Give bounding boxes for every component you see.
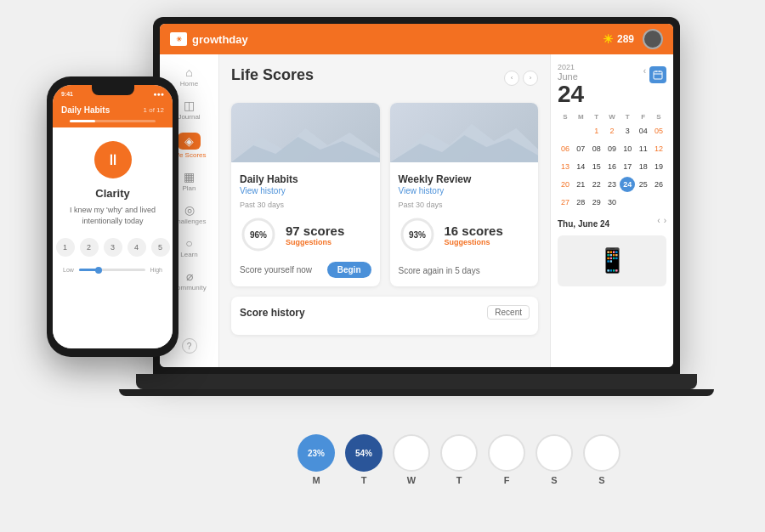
- app-window: ☀ growthday ☀ 289 ⌂ Home: [160, 24, 673, 367]
- page-title: Life Scores: [231, 66, 314, 84]
- weekly-circle-wed[interactable]: [393, 434, 430, 472]
- weekly-day-fri: F: [488, 434, 525, 485]
- rating-5[interactable]: 5: [151, 238, 170, 257]
- cal-cell-11[interactable]: 11: [636, 141, 651, 156]
- cal-cell-20[interactable]: 20: [558, 177, 573, 192]
- daily-habits-score: 97 scores: [286, 224, 371, 238]
- daily-habits-card: Daily Habits View history Past 30 days 9…: [231, 103, 380, 286]
- phone-screen: 9:41 ●●● Daily Habits 1 of 12 ⏸ Clarity …: [53, 85, 173, 348]
- daily-habits-stats: 96% 97 scores Suggestions: [240, 216, 371, 253]
- weekly-day-thu: T: [440, 434, 478, 485]
- weekly-circle-sun[interactable]: [583, 434, 620, 472]
- cal-cell-3[interactable]: 3: [620, 123, 635, 139]
- cal-cell-17[interactable]: 17: [620, 159, 635, 174]
- weekly-label-fri: F: [504, 475, 510, 485]
- phone-header-count: 1 of 12: [144, 106, 164, 114]
- cal-cell-6[interactable]: 06: [558, 141, 573, 156]
- cal-week-2: 06 07 08 09 10 11 12: [558, 141, 666, 156]
- right-panel: 2021 June 24 ‹: [550, 54, 673, 367]
- cal-header-f: F: [636, 113, 651, 121]
- slider-track[interactable]: [79, 269, 145, 271]
- calendar-day: 24: [558, 82, 584, 108]
- weekly-circle-thu[interactable]: [440, 434, 478, 472]
- cal-cell-8[interactable]: 08: [589, 141, 604, 156]
- daily-habits-link[interactable]: View history: [240, 186, 371, 195]
- cal-cell-23[interactable]: 23: [604, 177, 620, 192]
- recent-filter-button[interactable]: Recent: [487, 305, 530, 320]
- cal-date-prev[interactable]: ‹: [657, 216, 660, 225]
- cal-cell-22[interactable]: 22: [589, 177, 604, 192]
- cal-cell-7[interactable]: 07: [573, 141, 588, 156]
- cal-cell-empty-2: [573, 123, 588, 139]
- phone-body-frame: 9:41 ●●● Daily Habits 1 of 12 ⏸ Clarity …: [47, 76, 178, 357]
- score-history-section: Score history Recent: [231, 297, 538, 335]
- rating-2[interactable]: 2: [80, 238, 99, 257]
- weekly-label-thu: T: [456, 475, 462, 485]
- daily-habits-body: Daily Habits View history Past 30 days 9…: [231, 162, 380, 262]
- weekly-circles-row: 23% M 54% T W T F S S: [298, 434, 620, 485]
- cal-cell-30[interactable]: 30: [604, 195, 620, 210]
- weekly-review-link[interactable]: View history: [399, 186, 530, 195]
- prev-arrow-button[interactable]: ‹: [504, 71, 519, 86]
- weekly-circle-tue[interactable]: 54%: [345, 434, 382, 472]
- laptop-frame: ☀ growthday ☀ 289 ⌂ Home: [153, 17, 697, 408]
- begin-button[interactable]: Begin: [327, 262, 371, 278]
- cal-cell-15[interactable]: 15: [589, 159, 604, 174]
- cal-cell-27[interactable]: 27: [558, 195, 573, 210]
- cal-cell-16[interactable]: 16: [604, 159, 620, 174]
- cal-cell-14[interactable]: 14: [573, 159, 588, 174]
- cal-cell-24-today[interactable]: 24: [620, 177, 635, 192]
- weekly-circle-mon[interactable]: 23%: [298, 434, 335, 472]
- cal-cell-empty-4: [636, 195, 651, 210]
- cal-cell-28[interactable]: 28: [573, 195, 588, 210]
- cal-cell-19[interactable]: 19: [651, 159, 666, 174]
- history-header: Score history Recent: [240, 305, 530, 320]
- weekly-review-period: Past 30 days: [399, 201, 530, 209]
- history-title: Score history: [240, 307, 305, 319]
- weekly-circle-sat[interactable]: [536, 434, 573, 472]
- rating-3[interactable]: 3: [104, 238, 122, 257]
- cal-cell-12[interactable]: 12: [651, 141, 666, 156]
- weekly-review-suggestions[interactable]: Suggestions: [445, 238, 530, 246]
- weekly-day-sat: S: [536, 434, 573, 485]
- cal-cell-4[interactable]: 04: [636, 123, 651, 139]
- cal-prev-arrow[interactable]: ‹: [643, 66, 646, 83]
- phone-progress-fill: [70, 120, 95, 122]
- cal-cell-10[interactable]: 10: [620, 141, 635, 156]
- cal-cell-13[interactable]: 13: [558, 159, 573, 174]
- svg-text:96%: 96%: [250, 230, 267, 240]
- cal-cell-21[interactable]: 21: [573, 177, 588, 192]
- daily-habits-period: Past 30 days: [240, 201, 371, 209]
- cal-cell-empty-1: [558, 123, 573, 139]
- cal-cell-9[interactable]: 09: [604, 141, 620, 156]
- weekly-review-score-info: 16 scores Suggestions: [445, 224, 530, 246]
- cal-week-3: 13 14 15 16 17 18 19: [558, 159, 666, 174]
- cal-cell-5[interactable]: 05: [651, 123, 666, 139]
- cal-week-5: 27 28 29 30: [558, 195, 666, 210]
- cal-date-next[interactable]: ›: [664, 216, 666, 225]
- cal-cell-18[interactable]: 18: [636, 159, 651, 174]
- next-arrow-button[interactable]: ›: [523, 71, 538, 86]
- content-area: Life Scores ‹ ›: [219, 54, 550, 367]
- cal-cell-26[interactable]: 26: [651, 177, 666, 192]
- cal-week-4: 20 21 22 23 24 25 26: [558, 177, 666, 192]
- slider-thumb: [95, 267, 102, 274]
- app-header: ☀ growthday ☀ 289: [160, 24, 673, 54]
- weekly-circle-fri[interactable]: [488, 434, 525, 472]
- app-logo: ☀ growthday: [170, 32, 248, 46]
- user-avatar[interactable]: [643, 29, 663, 49]
- cal-cell-1[interactable]: 1: [589, 123, 604, 139]
- cal-week-1: 1 2 3 04 05: [558, 123, 666, 139]
- cal-cell-2[interactable]: 2: [604, 123, 620, 139]
- rating-1[interactable]: 1: [56, 238, 75, 257]
- daily-habits-suggestions[interactable]: Suggestions: [286, 238, 371, 246]
- calendar-icon-button[interactable]: [649, 66, 666, 83]
- rating-4[interactable]: 4: [128, 238, 146, 257]
- phone-time: 9:41: [61, 91, 73, 97]
- cal-header-t2: T: [620, 113, 635, 121]
- cal-cell-29[interactable]: 29: [589, 195, 604, 210]
- cal-cell-25[interactable]: 25: [636, 177, 651, 192]
- score-cards: Daily Habits View history Past 30 days 9…: [231, 103, 538, 286]
- svg-rect-10: [654, 71, 662, 79]
- weekly-day-tue: 54% T: [345, 434, 382, 485]
